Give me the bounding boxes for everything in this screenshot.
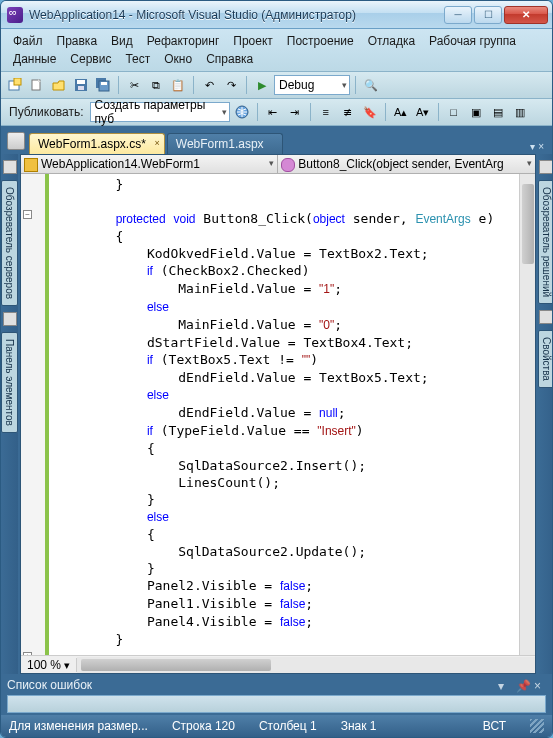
indent-decrease-button[interactable]: ⇤ xyxy=(263,102,283,122)
main-menu-bar: Файл Правка Вид Рефакторинг Проект Постр… xyxy=(1,29,552,72)
minimize-button[interactable]: ─ xyxy=(444,6,472,24)
redo-button[interactable]: ↷ xyxy=(221,75,241,95)
properties-icon xyxy=(539,310,553,324)
vertical-scrollbar[interactable] xyxy=(519,174,535,655)
publish-target-combo[interactable]: Создать параметры пуб xyxy=(90,102,230,122)
menu-edit[interactable]: Правка xyxy=(51,32,104,50)
member-selector[interactable]: Button8_Click(object sender, EventArg xyxy=(278,155,534,173)
status-char: Знак 1 xyxy=(341,719,377,733)
start-debug-button[interactable]: ▶ xyxy=(252,75,272,95)
menu-refactor[interactable]: Рефакторинг xyxy=(141,32,226,50)
editor-gutter: − + xyxy=(21,174,49,655)
toggle-c-button[interactable]: ▤ xyxy=(488,102,508,122)
cut-button[interactable]: ✂ xyxy=(124,75,144,95)
add-item-button[interactable] xyxy=(27,75,47,95)
menu-service[interactable]: Сервис xyxy=(64,50,117,68)
menu-data[interactable]: Данные xyxy=(7,50,62,68)
window-title: WebApplication14 - Microsoft Visual Stud… xyxy=(29,8,444,22)
publish-button[interactable] xyxy=(232,102,252,122)
error-list-panel: Список ошибок ▾ 📌 × xyxy=(1,674,552,715)
solution-explorer-icon xyxy=(539,160,553,174)
maximize-button[interactable]: ☐ xyxy=(474,6,502,24)
server-explorer-tab[interactable]: Обозреватель серверов xyxy=(1,180,18,306)
tab-label: WebForm1.aspx.cs* xyxy=(38,137,146,151)
toolbox-icon xyxy=(3,312,17,326)
new-project-button[interactable] xyxy=(5,75,25,95)
editor-bottom-bar: 100 % ▾ xyxy=(21,655,535,673)
menu-view[interactable]: Вид xyxy=(105,32,139,50)
save-all-button[interactable] xyxy=(93,75,113,95)
status-line: Строка 120 xyxy=(172,719,235,733)
menu-build[interactable]: Построение xyxy=(281,32,360,50)
class-selector[interactable]: WebApplication14.WebForm1 xyxy=(21,155,278,173)
font-decrease-button[interactable]: A▾ xyxy=(413,102,433,122)
publish-label: Публиковать: xyxy=(5,105,88,119)
publish-target-label: Создать параметры пуб xyxy=(95,98,215,126)
open-button[interactable] xyxy=(49,75,69,95)
undo-button[interactable]: ↶ xyxy=(199,75,219,95)
error-list-title[interactable]: Список ошибок xyxy=(7,678,492,692)
window-titlebar: WebApplication14 - Microsoft Visual Stud… xyxy=(1,1,552,29)
uncomment-button[interactable]: ≢ xyxy=(338,102,358,122)
properties-tab[interactable]: Свойства xyxy=(538,330,553,388)
publish-toolbar: Публиковать: Создать параметры пуб ⇤ ⇥ ≡… xyxy=(1,99,552,126)
solution-explorer-tab[interactable]: Обозреватель решений xyxy=(538,180,553,304)
solution-config-combo[interactable]: Debug xyxy=(274,75,350,95)
vs-logo-icon xyxy=(7,7,23,23)
copy-button[interactable]: ⧉ xyxy=(146,75,166,95)
menu-help[interactable]: Справка xyxy=(200,50,259,68)
outline-collapse-button[interactable]: − xyxy=(23,210,32,219)
menu-file[interactable]: Файл xyxy=(7,32,49,50)
paste-button[interactable]: 📋 xyxy=(168,75,188,95)
solution-config-label: Debug xyxy=(279,78,314,92)
code-viewport[interactable]: − + } protected void Button8_Click(objec… xyxy=(21,174,535,655)
left-side-panels: Обозреватель серверов Панель элементов xyxy=(1,154,18,674)
toggle-d-button[interactable]: ▥ xyxy=(510,102,530,122)
horizontal-scrollbar[interactable] xyxy=(77,657,535,673)
standard-toolbar: ✂ ⧉ 📋 ↶ ↷ ▶ Debug 🔍 xyxy=(1,72,552,99)
panel-close-icon[interactable]: × xyxy=(534,679,546,691)
right-side-panels: Обозреватель решений Свойства xyxy=(538,154,553,674)
error-list-toolbar[interactable] xyxy=(7,695,546,713)
status-bar: Для изменения размер... Строка 120 Столб… xyxy=(1,715,552,737)
menu-debug[interactable]: Отладка xyxy=(362,32,421,50)
toggle-a-button[interactable]: □ xyxy=(444,102,464,122)
comment-button[interactable]: ≡ xyxy=(316,102,336,122)
status-insert-mode: ВСТ xyxy=(483,719,506,733)
close-button[interactable]: ✕ xyxy=(504,6,548,24)
work-area: Обозреватель серверов Панель элементов W… xyxy=(1,154,552,674)
scrollbar-thumb[interactable] xyxy=(522,184,534,264)
editor-nav-bar: WebApplication14.WebForm1 Button8_Click(… xyxy=(21,155,535,174)
window-position-icon[interactable]: ▾ xyxy=(498,679,510,691)
tab-webform1-aspx[interactable]: WebForm1.aspx xyxy=(167,133,283,154)
document-tabs: WebForm1.aspx.cs* × WebForm1.aspx ▾ × xyxy=(1,126,552,154)
class-label: WebApplication14.WebForm1 xyxy=(41,157,200,171)
tab-label: WebForm1.aspx xyxy=(176,137,264,151)
bookmark-button[interactable]: 🔖 xyxy=(360,102,380,122)
find-button[interactable]: 🔍 xyxy=(361,75,381,95)
outline-collapse-button[interactable]: + xyxy=(23,652,32,655)
zoom-label: 100 % xyxy=(27,658,61,672)
tab-webform1-cs[interactable]: WebForm1.aspx.cs* × xyxy=(29,133,165,154)
svg-rect-4 xyxy=(77,80,85,84)
status-column: Столбец 1 xyxy=(259,719,317,733)
font-increase-button[interactable]: A▴ xyxy=(391,102,411,122)
zoom-combo[interactable]: 100 % ▾ xyxy=(21,658,77,672)
resize-grip-icon[interactable] xyxy=(530,719,544,733)
svg-rect-1 xyxy=(14,78,21,85)
toggle-b-button[interactable]: ▣ xyxy=(466,102,486,122)
toolbox-tab[interactable]: Панель элементов xyxy=(1,332,18,433)
close-tab-icon[interactable]: × xyxy=(155,138,160,148)
autohide-pin-icon[interactable]: 📌 xyxy=(516,679,528,691)
code-editor: WebApplication14.WebForm1 Button8_Click(… xyxy=(20,154,536,674)
menu-window[interactable]: Окно xyxy=(158,50,198,68)
code-text[interactable]: } protected void Button8_Click(object se… xyxy=(49,174,519,655)
tab-overflow-button[interactable]: ▾ × xyxy=(526,139,548,154)
menu-team[interactable]: Рабочая группа xyxy=(423,32,522,50)
menu-project[interactable]: Проект xyxy=(227,32,279,50)
save-button[interactable] xyxy=(71,75,91,95)
menu-test[interactable]: Тест xyxy=(119,50,156,68)
indent-increase-button[interactable]: ⇥ xyxy=(285,102,305,122)
svg-rect-5 xyxy=(78,86,84,90)
hscroll-thumb[interactable] xyxy=(81,659,271,671)
